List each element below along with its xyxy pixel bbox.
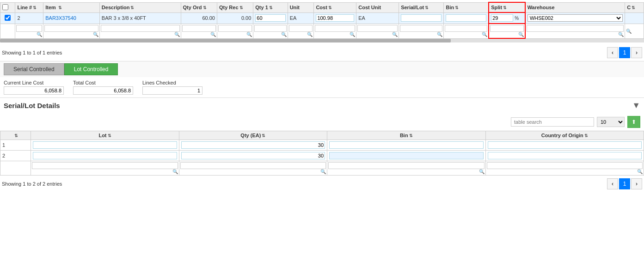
row-bin-input[interactable]	[446, 14, 486, 22]
lines-checked-input[interactable]	[142, 86, 202, 95]
detail-row2-qty-input[interactable]	[181, 152, 325, 159]
search-qtyord[interactable]: 🔍	[181, 24, 217, 38]
header-unit[interactable]: Unit	[288, 2, 314, 12]
search-unit[interactable]: 🔍	[288, 24, 314, 38]
row-bin-cell[interactable]	[444, 12, 489, 24]
header-qtyrec[interactable]: Qty Rec⇅	[217, 2, 253, 12]
detail-row1-bin-input[interactable]	[329, 141, 483, 149]
detail-row2-bin-input[interactable]	[329, 152, 483, 159]
serial-controlled-button[interactable]: Serial Controlled	[4, 63, 64, 75]
search-costunit-input[interactable]	[357, 25, 398, 32]
bottom-prev-button[interactable]: ‹	[607, 178, 618, 189]
detail-row1-lot-cell[interactable]	[31, 140, 179, 151]
detail-search-origin[interactable]: 🔍	[485, 161, 644, 176]
header-qty1[interactable]: Qty 1⇅	[253, 2, 288, 12]
header-seriallot[interactable]: Serial/Lot⇅	[399, 2, 444, 12]
header-item[interactable]: Item ⇅	[43, 2, 100, 12]
search-bin-input[interactable]	[445, 25, 487, 32]
lot-controlled-button[interactable]: Lot Controlled	[64, 63, 118, 75]
top-next-button[interactable]: ›	[631, 47, 642, 58]
bottom-next-button[interactable]: ›	[631, 178, 642, 189]
search-desc[interactable]: 🔍	[99, 24, 181, 38]
search-qty1[interactable]: 🔍	[253, 24, 288, 38]
header-line[interactable]: Line #⇅	[15, 2, 43, 12]
row-seriallot-cell[interactable]	[399, 12, 444, 24]
detail-search-bin[interactable]: 🔍	[327, 161, 485, 176]
search-line[interactable]: 🔍	[15, 24, 43, 38]
search-seriallot-input[interactable]	[400, 25, 442, 32]
search-costunit[interactable]: 🔍	[356, 24, 399, 38]
detail-search-lot-input[interactable]	[32, 162, 178, 169]
collapse-icon[interactable]: ▼	[632, 101, 640, 110]
row-warehouse-select[interactable]: WHSE002 WHSE001 WHSE003	[527, 14, 623, 22]
header-warehouse[interactable]: Warehouse	[525, 2, 625, 12]
detail-header-num[interactable]: ⇅	[0, 131, 31, 140]
detail-row1-origin-input[interactable]	[488, 141, 642, 149]
select-all-checkbox[interactable]	[2, 4, 8, 10]
row-item-link[interactable]: BAR3X37540	[45, 15, 76, 21]
row-qty1-cell[interactable]	[253, 12, 288, 24]
detail-search-bin-input[interactable]	[328, 162, 484, 169]
search-qtyrec[interactable]: 🔍	[217, 24, 253, 38]
search-split-input[interactable]	[490, 25, 523, 32]
row-item[interactable]: BAR3X37540	[43, 12, 100, 24]
row-warehouse-cell[interactable]: WHSE002 WHSE001 WHSE003	[525, 12, 625, 24]
detail-header-qty[interactable]: Qty (EA)⇅	[179, 131, 327, 140]
search-item-input[interactable]	[44, 25, 98, 32]
row-checkbox-cell[interactable]	[0, 12, 15, 24]
search-qtyord-input[interactable]	[182, 25, 216, 32]
detail-search-qty[interactable]: 🔍	[179, 161, 327, 176]
detail-search-qty-input[interactable]	[180, 162, 326, 169]
detail-header-lot[interactable]: Lot⇅	[31, 131, 179, 140]
detail-search-lot[interactable]: 🔍	[31, 161, 179, 176]
search-seriallot[interactable]: 🔍	[399, 24, 444, 38]
current-line-cost-input[interactable]	[4, 86, 64, 95]
search-line-input[interactable]	[16, 25, 42, 32]
detail-header-bin[interactable]: Bin⇅	[327, 131, 485, 140]
header-cost[interactable]: Cost⇅	[314, 2, 356, 12]
detail-row2-lot-input[interactable]	[33, 152, 177, 159]
row-split-input[interactable]	[491, 14, 513, 22]
row-checkbox[interactable]	[5, 15, 11, 21]
search-warehouse-input[interactable]	[527, 25, 624, 32]
row-split-cell[interactable]: %	[489, 12, 525, 24]
search-warehouse[interactable]: 🔍	[525, 24, 625, 38]
bottom-page-1-button[interactable]: 1	[619, 178, 630, 189]
export-button[interactable]: ⬆	[627, 116, 640, 128]
search-split[interactable]: 🔍	[489, 24, 525, 38]
detail-search-origin-input[interactable]	[487, 162, 643, 169]
search-c[interactable]: 🔍	[625, 24, 644, 38]
detail-row2-origin-cell[interactable]	[485, 151, 644, 161]
search-qty1-input[interactable]	[254, 25, 286, 32]
row-cost-cell[interactable]	[314, 12, 356, 24]
page-size-select[interactable]: 10 25 50 100	[597, 117, 625, 127]
top-prev-button[interactable]: ‹	[607, 47, 618, 58]
row-cost-input[interactable]	[316, 14, 354, 22]
detail-row2-lot-cell[interactable]	[31, 151, 179, 161]
detail-row1-bin-cell[interactable]	[327, 140, 485, 151]
header-qtyord[interactable]: Qty Ord⇅	[181, 2, 217, 12]
search-cost[interactable]: 🔍	[314, 24, 356, 38]
search-cost-input[interactable]	[315, 25, 355, 32]
detail-row1-qty-cell[interactable]	[179, 140, 327, 151]
header-split[interactable]: Split⇅	[489, 2, 525, 12]
detail-row1-qty-input[interactable]	[181, 141, 325, 149]
search-desc-input[interactable]	[101, 25, 180, 32]
search-item[interactable]: 🔍	[43, 24, 100, 38]
detail-row2-qty-cell[interactable]	[179, 151, 327, 161]
detail-header-origin[interactable]: Country of Origin⇅	[485, 131, 644, 140]
search-bin[interactable]: 🔍	[444, 24, 489, 38]
header-costunit[interactable]: Cost Unit	[356, 2, 399, 12]
total-cost-input[interactable]	[73, 86, 133, 95]
top-page-1-button[interactable]: 1	[619, 47, 630, 58]
search-qtyrec-input[interactable]	[218, 25, 252, 32]
header-bin[interactable]: Bin⇅	[444, 2, 489, 12]
search-unit-input[interactable]	[289, 25, 313, 32]
table-search-input[interactable]	[511, 117, 594, 127]
row-qty1-input[interactable]	[255, 14, 285, 22]
detail-row1-lot-input[interactable]	[33, 141, 177, 149]
detail-row2-bin-cell[interactable]	[327, 151, 485, 161]
detail-row1-origin-cell[interactable]	[485, 140, 644, 151]
header-c[interactable]: C⇅	[625, 2, 644, 12]
row-seriallot-input[interactable]	[401, 14, 442, 22]
